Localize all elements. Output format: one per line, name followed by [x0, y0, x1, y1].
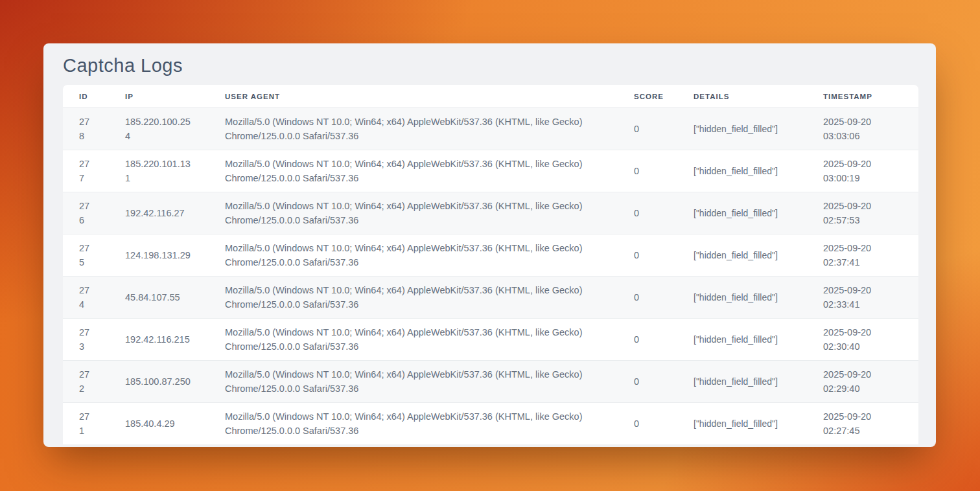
cell-score: 0: [618, 192, 677, 234]
cell-score: 0: [618, 319, 677, 361]
table-header-row: ID IP USER AGENT SCORE DETAILS TIMESTAMP: [63, 85, 918, 108]
cell-user-agent: Mozilla/5.0 (Windows NT 10.0; Win64; x64…: [209, 403, 618, 445]
cell-id: 271: [63, 403, 109, 445]
cell-details: ["hidden_field_filled"]: [677, 403, 807, 445]
cell-score: 0: [618, 361, 677, 403]
cell-details: ["hidden_field_filled"]: [677, 150, 807, 192]
cell-ip: 185.220.100.254: [109, 108, 209, 150]
cell-timestamp: 2025-09-20 02:33:41: [807, 277, 918, 319]
table-row: 273 192.42.116.215 Mozilla/5.0 (Windows …: [63, 319, 918, 361]
cell-score: 0: [618, 108, 677, 150]
cell-timestamp: 2025-09-20 02:29:40: [807, 361, 918, 403]
table-row: 277 185.220.101.131 Mozilla/5.0 (Windows…: [63, 150, 918, 192]
cell-details: ["hidden_field_filled"]: [677, 108, 807, 150]
cell-details: ["hidden_field_filled"]: [677, 234, 807, 277]
cell-score: 0: [618, 234, 677, 277]
cell-details: ["hidden_field_filled"]: [677, 192, 807, 234]
cell-score: 0: [618, 150, 677, 192]
cell-id: 273: [63, 319, 109, 361]
cell-user-agent: Mozilla/5.0 (Windows NT 10.0; Win64; x64…: [209, 150, 618, 192]
cell-ip: 185.220.101.131: [109, 150, 209, 192]
cell-user-agent: Mozilla/5.0 (Windows NT 10.0; Win64; x64…: [209, 319, 618, 361]
cell-user-agent: Mozilla/5.0 (Windows NT 10.0; Win64; x64…: [209, 108, 618, 150]
cell-user-agent: Mozilla/5.0 (Windows NT 10.0; Win64; x64…: [209, 361, 618, 403]
column-header-score: SCORE: [618, 85, 677, 108]
captcha-logs-card: Captcha Logs ID IP USER AGENT SCORE DETA…: [43, 43, 936, 447]
cell-ip: 185.100.87.250: [109, 361, 209, 403]
cell-id: 274: [63, 277, 109, 319]
cell-timestamp: 2025-09-20 03:03:06: [807, 108, 918, 150]
cell-ip: 124.198.131.29: [109, 234, 209, 277]
cell-timestamp: 2025-09-20 02:37:41: [807, 234, 918, 277]
page-background: { "page": { "title": "Captcha Logs" }, "…: [0, 0, 980, 491]
cell-id: 272: [63, 361, 109, 403]
cell-ip: 192.42.116.215: [109, 319, 209, 361]
cell-ip: 192.42.116.27: [109, 192, 209, 234]
cell-details: ["hidden_field_filled"]: [677, 277, 807, 319]
table-row: 274 45.84.107.55 Mozilla/5.0 (Windows NT…: [63, 277, 918, 319]
column-header-id: ID: [63, 85, 109, 108]
cell-ip: 185.40.4.29: [109, 403, 209, 445]
table-row: 272 185.100.87.250 Mozilla/5.0 (Windows …: [63, 361, 918, 403]
logs-table: ID IP USER AGENT SCORE DETAILS TIMESTAMP…: [63, 85, 918, 444]
logs-table-container: ID IP USER AGENT SCORE DETAILS TIMESTAMP…: [63, 85, 918, 444]
cell-user-agent: Mozilla/5.0 (Windows NT 10.0; Win64; x64…: [209, 234, 618, 277]
cell-timestamp: 2025-09-20 02:27:45: [807, 403, 918, 445]
column-header-timestamp: TIMESTAMP: [807, 85, 918, 108]
column-header-ip: IP: [109, 85, 209, 108]
page-title: Captcha Logs: [63, 55, 918, 76]
cell-user-agent: Mozilla/5.0 (Windows NT 10.0; Win64; x64…: [209, 277, 618, 319]
cell-user-agent: Mozilla/5.0 (Windows NT 10.0; Win64; x64…: [209, 192, 618, 234]
cell-details: ["hidden_field_filled"]: [677, 319, 807, 361]
cell-timestamp: 2025-09-20 02:57:53: [807, 192, 918, 234]
table-row: 278 185.220.100.254 Mozilla/5.0 (Windows…: [63, 108, 918, 150]
cell-timestamp: 2025-09-20 02:30:40: [807, 319, 918, 361]
cell-timestamp: 2025-09-20 03:00:19: [807, 150, 918, 192]
table-row: 271 185.40.4.29 Mozilla/5.0 (Windows NT …: [63, 403, 918, 445]
table-row: 276 192.42.116.27 Mozilla/5.0 (Windows N…: [63, 192, 918, 234]
cell-ip: 45.84.107.55: [109, 277, 209, 319]
cell-id: 276: [63, 192, 109, 234]
cell-id: 278: [63, 108, 109, 150]
cell-score: 0: [618, 277, 677, 319]
cell-id: 277: [63, 150, 109, 192]
cell-details: ["hidden_field_filled"]: [677, 361, 807, 403]
column-header-user-agent: USER AGENT: [209, 85, 618, 108]
table-row: 275 124.198.131.29 Mozilla/5.0 (Windows …: [63, 234, 918, 277]
cell-id: 275: [63, 234, 109, 277]
cell-score: 0: [618, 403, 677, 445]
column-header-details: DETAILS: [677, 85, 807, 108]
